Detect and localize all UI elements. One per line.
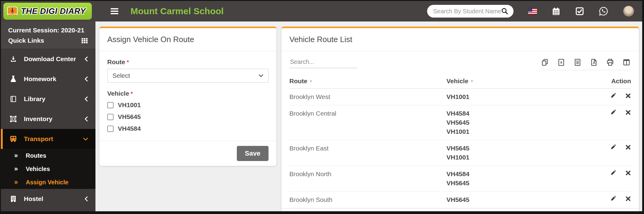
action-cell bbox=[594, 170, 631, 176]
select-chevron-icon bbox=[259, 74, 263, 77]
table-row: Brooklyn South VH5645 bbox=[289, 192, 631, 208]
delete-x-icon[interactable] bbox=[625, 196, 631, 202]
chevron-left-icon bbox=[84, 96, 88, 102]
chevron-down-icon bbox=[83, 137, 88, 141]
vehicle-code: VH5645 bbox=[446, 118, 594, 127]
vehicle-cell: VH5645VH1001 bbox=[446, 144, 594, 162]
calendar-icon[interactable] bbox=[552, 7, 561, 16]
table-row: Brooklyn North VH4584VH5645 bbox=[289, 166, 631, 192]
school-name: Mount Carmel School bbox=[130, 6, 224, 16]
vehicle-checkbox[interactable] bbox=[107, 102, 114, 108]
search-icon[interactable] bbox=[501, 7, 509, 15]
save-button[interactable]: Save bbox=[237, 146, 269, 161]
route-cell: Brooklyn East bbox=[289, 144, 446, 153]
vehicle-checkbox[interactable] bbox=[107, 126, 114, 132]
vehicle-option-label[interactable]: VH4584 bbox=[118, 125, 141, 132]
vehicle-option: VH4584 bbox=[107, 125, 269, 132]
tasks-check-icon[interactable] bbox=[575, 7, 584, 16]
us-flag-icon[interactable] bbox=[528, 8, 537, 15]
copy-icon[interactable] bbox=[541, 58, 549, 66]
route-cell: Brooklyn North bbox=[289, 170, 446, 179]
column-header-vehicle[interactable]: Vehicle▾ bbox=[446, 77, 594, 85]
table-row: Brooklyn West VH1001 bbox=[289, 89, 631, 105]
file-text-icon[interactable] bbox=[574, 58, 581, 66]
vehicle-code: VH5645 bbox=[446, 179, 594, 188]
columns-icon[interactable] bbox=[623, 58, 630, 66]
required-asterisk: * bbox=[127, 59, 129, 65]
sidebar-item-label: Download Center bbox=[24, 55, 76, 63]
sidebar-subitem-vehicles[interactable]: » Vehicles bbox=[1, 162, 95, 176]
sidebar-item-label: Library bbox=[24, 95, 45, 103]
print-icon[interactable] bbox=[606, 58, 614, 66]
sidebar-subitem-label: Routes bbox=[26, 152, 46, 159]
logo-text: THE DIGI DIARY bbox=[21, 7, 86, 16]
column-header-route[interactable]: Route▾ bbox=[289, 77, 446, 85]
vehicle-code: VH5645 bbox=[446, 144, 594, 153]
main-content: Assign Vehicle On Route Route* Select Ve… bbox=[95, 21, 642, 211]
sort-caret-icon: ▾ bbox=[471, 78, 473, 84]
sidebar-item-hostel[interactable]: Hostel bbox=[1, 189, 95, 209]
vehicle-option: VH1001 bbox=[107, 101, 269, 109]
delete-x-icon[interactable] bbox=[625, 93, 631, 99]
pdf-icon[interactable] bbox=[590, 58, 598, 66]
grid-icon[interactable] bbox=[81, 37, 88, 44]
action-cell bbox=[594, 144, 631, 151]
hamburger-menu-icon[interactable] bbox=[111, 7, 118, 15]
action-cell bbox=[594, 92, 631, 99]
double-chevron-icon: » bbox=[14, 165, 18, 173]
vehicle-cell: VH5645 bbox=[446, 195, 594, 204]
vehicle-option-label[interactable]: VH1001 bbox=[118, 101, 141, 109]
student-search-input[interactable] bbox=[433, 8, 501, 15]
table-row: Brooklyn East VH5645VH1001 bbox=[289, 140, 631, 166]
bus-icon bbox=[9, 135, 17, 143]
delete-x-icon[interactable] bbox=[625, 170, 631, 176]
vehicle-option-label[interactable]: VH5645 bbox=[118, 113, 141, 120]
sidebar-item-transport[interactable]: Transport bbox=[1, 129, 95, 149]
column-header-action: Action bbox=[594, 77, 631, 85]
edit-pencil-icon[interactable] bbox=[610, 144, 617, 151]
sidebar-item-download-center[interactable]: Download Center bbox=[1, 49, 95, 69]
edit-pencil-icon[interactable] bbox=[610, 170, 617, 176]
route-list-title: Vehicle Route List bbox=[289, 35, 631, 44]
sidebar-item-homework[interactable]: Homework bbox=[1, 69, 95, 89]
vehicle-code: VH4584 bbox=[446, 170, 594, 179]
table-search-input[interactable] bbox=[289, 57, 357, 68]
sidebar-subitem-label: Vehicles bbox=[26, 166, 50, 173]
vehicle-cell: VH1001 bbox=[446, 92, 594, 101]
vehicle-checkbox[interactable] bbox=[107, 114, 114, 120]
chevron-left-icon bbox=[84, 76, 88, 82]
route-select[interactable]: Select bbox=[107, 69, 269, 83]
table-footer: Records: 1 to 5 of 5 ‹ 1 › bbox=[282, 208, 639, 211]
edit-pencil-icon[interactable] bbox=[610, 110, 617, 116]
logo-book-icon bbox=[6, 5, 19, 18]
quick-links-label: Quick Links bbox=[8, 35, 44, 46]
delete-x-icon[interactable] bbox=[625, 110, 631, 116]
excel-icon[interactable]: x bbox=[557, 58, 565, 66]
user-avatar[interactable] bbox=[623, 5, 634, 17]
edit-pencil-icon[interactable] bbox=[610, 196, 617, 202]
table-row: Brooklyn Central VH4584VH5645VH1001 bbox=[289, 105, 631, 140]
delete-x-icon[interactable] bbox=[625, 144, 631, 151]
action-cell bbox=[594, 195, 631, 202]
sidebar-subitem-label: Assign Vehicle bbox=[26, 179, 68, 186]
route-cell: Brooklyn West bbox=[289, 92, 446, 101]
sidebar-item-label: Homework bbox=[24, 75, 56, 83]
chevron-left-icon bbox=[84, 196, 88, 202]
export-toolbar: x bbox=[540, 57, 631, 70]
sidebar-item-library[interactable]: Library bbox=[1, 89, 95, 109]
object-group-icon bbox=[9, 115, 17, 123]
vehicle-field-label: Vehicle* bbox=[107, 90, 269, 97]
edit-pencil-icon[interactable] bbox=[610, 93, 617, 99]
table-body: Brooklyn West VH1001 bbox=[289, 89, 631, 208]
sidebar-subitem-routes[interactable]: » Routes bbox=[1, 149, 95, 162]
route-cell: Brooklyn Central bbox=[289, 109, 446, 118]
current-session-label: Current Session: 2020-21 bbox=[8, 25, 88, 35]
vehicle-checkbox-list: VH1001 VH5645 VH4584 bbox=[107, 101, 269, 132]
sidebar-subitem-assign-vehicle[interactable]: » Assign Vehicle bbox=[1, 176, 95, 189]
whatsapp-icon[interactable] bbox=[599, 6, 608, 16]
sidebar: Current Session: 2020-21 Quick Links Dow… bbox=[1, 21, 95, 211]
app-logo[interactable]: THE DIGI DIARY bbox=[3, 3, 92, 20]
vehicle-code: VH1001 bbox=[446, 127, 594, 136]
session-block: Current Session: 2020-21 Quick Links bbox=[1, 21, 95, 49]
sidebar-item-inventory[interactable]: Inventory bbox=[1, 109, 95, 129]
